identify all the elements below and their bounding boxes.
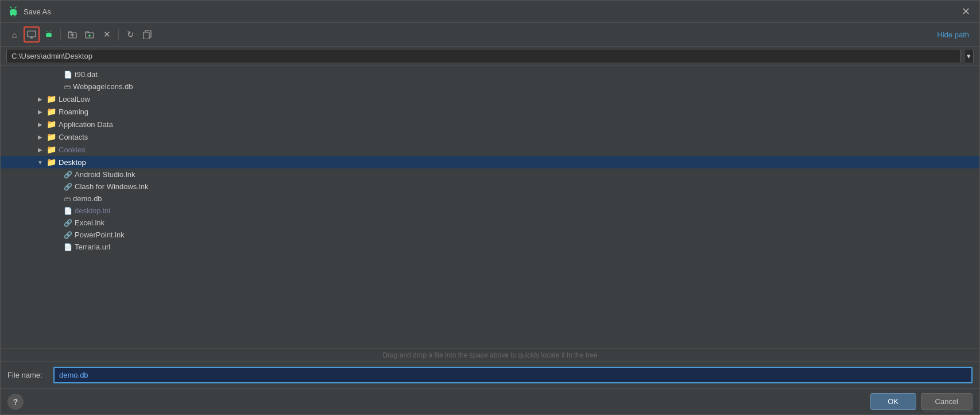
collapse-icon-contacts: ▶: [36, 133, 44, 141]
svg-rect-4: [28, 31, 36, 37]
svg-line-10: [50, 31, 51, 32]
tree-item-t90dat[interactable]: 📄 t90.dat: [1, 68, 979, 80]
refresh-button[interactable]: ↻: [122, 26, 138, 43]
db-icon: 🗃: [64, 83, 71, 91]
dialog-title: Save As: [24, 7, 51, 16]
folder-icon-roaming: 📁: [47, 107, 56, 116]
item-name-locallow: LocalLow: [59, 95, 90, 103]
svg-line-3: [15, 7, 16, 8]
item-name-webpageicons: WebpageIcons.db: [73, 82, 133, 91]
parent-folder-button[interactable]: [64, 26, 80, 43]
tree-item-clashwindows[interactable]: 🔗 Clash for Windows.lnk: [1, 180, 979, 193]
watermark: CSDN @BraveCap: [924, 407, 974, 413]
collapse-icon-locallow: ▶: [36, 95, 44, 103]
folder-icon-desktop: 📁: [47, 157, 56, 167]
item-name-excel: Excel.lnk: [75, 218, 104, 227]
tree-item-cookies[interactable]: ▶ 📁 Cookies: [1, 143, 979, 156]
tree-item-locallow[interactable]: ▶ 📁 LocalLow: [1, 93, 979, 105]
filename-input[interactable]: [53, 367, 973, 383]
path-bar: ▾: [1, 47, 979, 66]
title-bar: Save As ✕: [1, 1, 979, 23]
tree-item-demodb[interactable]: 🗃 demo.db: [1, 193, 979, 205]
separator2: [118, 29, 119, 40]
tree-item-appdata[interactable]: ▶ 📁 Application Data: [1, 118, 979, 130]
tree-item-roaming[interactable]: ▶ 📁 Roaming: [1, 105, 979, 118]
item-name-appdata: Application Data: [59, 120, 113, 129]
ini-icon-desktop: 📄: [64, 207, 72, 215]
item-name-powerpoint: PowerPoint.lnk: [75, 230, 125, 239]
item-name-desktop: Desktop: [59, 158, 86, 167]
toolbar-buttons: ⌂: [6, 26, 156, 43]
toolbar: ⌂: [1, 23, 979, 47]
item-name-terraria: Terraria.url: [75, 243, 110, 251]
separator1: [60, 29, 61, 40]
path-dropdown-button[interactable]: ▾: [964, 49, 974, 63]
android-logo-icon: [7, 6, 19, 17]
item-name-roaming: Roaming: [59, 107, 88, 116]
toggle-placeholder: [53, 183, 61, 191]
link-icon-clashwindows: 🔗: [64, 183, 72, 191]
svg-line-9: [47, 31, 47, 32]
svg-line-2: [10, 7, 11, 8]
home-button[interactable]: ⌂: [6, 26, 22, 43]
help-button[interactable]: ?: [7, 394, 24, 410]
tree-item-excel[interactable]: 🔗 Excel.lnk: [1, 217, 979, 229]
toggle-placeholder: [53, 207, 61, 215]
tree-item-terraria[interactable]: 📄 Terraria.url: [1, 241, 979, 253]
folder-icon-contacts: 📁: [47, 132, 56, 141]
tree-item-androidstudio[interactable]: 🔗 Android Studio.lnk: [1, 168, 979, 180]
tree-item-powerpoint[interactable]: 🔗 PowerPoint.lnk: [1, 229, 979, 241]
tree-item-webpageicons[interactable]: 🗃 WebpageIcons.db: [1, 80, 979, 93]
file-icon-terraria: 📄: [64, 243, 72, 251]
toggle-placeholder: [53, 83, 61, 91]
svg-rect-16: [144, 32, 149, 39]
folder-icon-locallow: 📁: [47, 94, 56, 103]
computer-button[interactable]: [24, 26, 40, 43]
drag-hint: Drag and drop a file into the space abov…: [1, 348, 979, 362]
tree-item-desktop[interactable]: ▼ 📁 Desktop: [1, 156, 979, 168]
toggle-placeholder: [53, 231, 61, 239]
filename-bar: File name:: [1, 362, 979, 388]
file-icon: 📄: [64, 71, 72, 79]
button-bar: ? OK Cancel: [1, 388, 979, 414]
title-bar-left: Save As: [7, 6, 51, 17]
item-name-cookies: Cookies: [59, 145, 86, 154]
link-icon-powerpoint: 🔗: [64, 231, 72, 239]
save-as-dialog: Save As ✕ ⌂: [0, 0, 980, 415]
item-name-t90dat: t90.dat: [75, 70, 98, 79]
collapse-icon-roaming: ▶: [36, 107, 44, 116]
delete-button[interactable]: ✕: [99, 26, 115, 43]
item-name-desktopini: desktop.ini: [75, 206, 110, 215]
toggle-placeholder: [53, 219, 61, 227]
tree-item-contacts[interactable]: ▶ 📁 Contacts: [1, 130, 979, 143]
hide-path-button[interactable]: Hide path: [932, 28, 974, 41]
folder-icon-cookies: 📁: [47, 145, 56, 154]
link-icon-androidstudio: 🔗: [64, 171, 72, 179]
db-icon-demo: 🗃: [64, 195, 71, 203]
copy-path-button[interactable]: [140, 26, 156, 43]
new-folder-button[interactable]: [82, 26, 98, 43]
item-name-clashwindows: Clash for Windows.lnk: [75, 182, 149, 191]
expand-icon-desktop: ▼: [36, 158, 44, 166]
toggle-placeholder: [53, 243, 61, 251]
path-input[interactable]: [6, 49, 960, 63]
collapse-icon-appdata: ▶: [36, 120, 44, 128]
filename-label: File name:: [7, 371, 48, 379]
toggle-placeholder: [53, 171, 61, 179]
item-name-androidstudio: Android Studio.lnk: [75, 170, 135, 179]
item-name-demodb: demo.db: [73, 194, 102, 203]
folder-icon-appdata: 📁: [47, 120, 56, 129]
ok-button[interactable]: OK: [870, 393, 916, 410]
android-button[interactable]: [41, 26, 57, 43]
link-icon-excel: 🔗: [64, 219, 72, 227]
tree-item-desktopini[interactable]: 📄 desktop.ini: [1, 205, 979, 217]
collapse-icon-cookies: ▶: [36, 145, 44, 153]
toggle-placeholder: [53, 195, 61, 203]
toggle-placeholder: [53, 71, 61, 79]
file-tree[interactable]: 📄 t90.dat 🗃 WebpageIcons.db ▶ 📁 LocalLow…: [1, 66, 979, 348]
close-button[interactable]: ✕: [959, 5, 973, 18]
item-name-contacts: Contacts: [59, 133, 88, 141]
